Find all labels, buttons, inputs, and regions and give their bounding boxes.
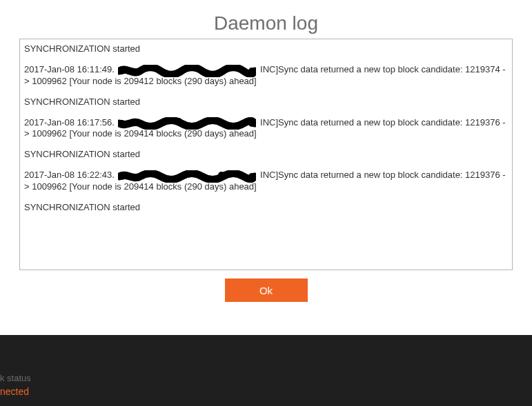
dialog-actions: Ok (0, 270, 532, 302)
log-text: 2017-Jan-08 16:17:56. INC]Sync data retu… (24, 117, 508, 140)
svg-point-0 (119, 68, 126, 74)
sync-started-line: SYNCHRONIZATION started (24, 43, 508, 54)
log-entry: 2017-Jan-08 16:11:49. INC]Sync data retu… (24, 64, 508, 87)
svg-point-2 (119, 120, 126, 127)
ok-button[interactable]: Ok (225, 278, 308, 302)
log-text: 2017-Jan-08 16:11:49. INC]Sync data retu… (24, 64, 508, 87)
redaction-mark (118, 117, 256, 128)
log-scroll-area[interactable]: SYNCHRONIZATION started 2017-Jan-08 16:1… (20, 39, 512, 270)
network-status-value: nected (0, 386, 29, 397)
sync-started-line: SYNCHRONIZATION started (24, 149, 508, 160)
log-panel: SYNCHRONIZATION started 2017-Jan-08 16:1… (19, 39, 513, 270)
redaction-mark (118, 65, 256, 76)
daemon-log-dialog: Daemon log SYNCHRONIZATION started 2017-… (0, 0, 532, 302)
redaction-mark (118, 170, 256, 181)
log-entry: SYNCHRONIZATION started (24, 97, 508, 108)
svg-point-1 (248, 68, 255, 74)
svg-point-7 (248, 173, 255, 180)
log-entry: 2017-Jan-08 16:17:56. INC]Sync data retu… (24, 117, 508, 140)
log-timestamp: 2017-Jan-08 16:11:49. (24, 64, 115, 74)
network-status-label: k status (0, 373, 31, 383)
svg-point-4 (248, 120, 255, 127)
svg-point-6 (218, 172, 225, 179)
log-timestamp: 2017-Jan-08 16:22:43. (24, 170, 115, 180)
log-entry: 2017-Jan-08 16:22:43. INC]Sync data retu… (24, 170, 508, 192)
dialog-title: Daemon log (0, 0, 532, 39)
svg-point-5 (119, 173, 126, 180)
svg-point-3 (175, 118, 182, 125)
status-bar: k status nected (0, 335, 532, 406)
sync-started-line: SYNCHRONIZATION started (24, 97, 508, 108)
sync-started-line: SYNCHRONIZATION started (24, 202, 508, 213)
log-entry: SYNCHRONIZATION started (24, 149, 508, 160)
log-entry: SYNCHRONIZATION started (24, 43, 508, 54)
log-text: 2017-Jan-08 16:22:43. INC]Sync data retu… (24, 170, 508, 192)
log-entry: SYNCHRONIZATION started (24, 202, 508, 213)
log-timestamp: 2017-Jan-08 16:17:56. (24, 117, 115, 128)
